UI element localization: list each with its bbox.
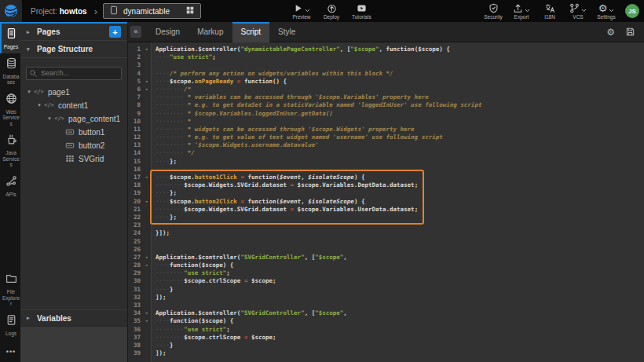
code-line[interactable]: ········$scope.ctrlScope = $scope;: [156, 277, 644, 285]
rail-item-more[interactable]: •••: [0, 339, 20, 362]
code-line[interactable]: ········ * $scope.Variables.loggedInUser…: [156, 110, 644, 118]
code-line[interactable]: ····function($scope) {: [156, 317, 644, 325]
code-line[interactable]: ]);: [156, 349, 644, 357]
collapse-right-arrow-icon[interactable]: ▸: [27, 29, 31, 35]
wavemaker-logo-icon[interactable]: [0, 0, 22, 22]
collapse-down-arrow-icon[interactable]: ▾: [27, 46, 31, 53]
fold-marker[interactable]: -: [145, 261, 148, 269]
code-line[interactable]: ····}: [156, 342, 644, 349]
code-line[interactable]: ]);: [156, 294, 644, 302]
security-button[interactable]: Security: [484, 2, 503, 20]
tab-style[interactable]: Style: [269, 22, 304, 42]
tutorials-label: Tutorials: [352, 14, 371, 20]
tree-expand-arrow-icon[interactable]: ▾: [46, 115, 53, 122]
code-line[interactable]: ········ * e.g. to get value of text wid…: [156, 133, 644, 141]
collapse-panel-button[interactable]: «: [130, 26, 141, 38]
code-line[interactable]: ····$scope.onPageReady = function() {: [156, 78, 644, 86]
code-line[interactable]: ········$scope.Widgets.SVGrid.dataset = …: [156, 181, 644, 189]
code-line[interactable]: ········ * '$scope.Widgets.username.data…: [156, 141, 644, 149]
code-line[interactable]: ····/* perform any action on widgets/var…: [156, 70, 644, 78]
code-line[interactable]: Application.$controller("SVGridControlle…: [156, 254, 644, 261]
pages-section-header[interactable]: ▸ Pages +: [20, 24, 127, 41]
code-line[interactable]: }]);: [156, 229, 644, 237]
tab-design[interactable]: Design: [147, 22, 188, 42]
i18n-button[interactable]: I18N: [540, 2, 559, 20]
code-line[interactable]: ········/*: [156, 86, 644, 93]
code-line[interactable]: ········"use strict";: [156, 269, 644, 277]
code-line[interactable]: [156, 166, 644, 174]
tree-item-button1[interactable]: button1: [20, 126, 127, 139]
button-widget-icon: [64, 127, 75, 137]
code-line[interactable]: ········ * widgets can be accessed throu…: [156, 126, 644, 133]
code-line[interactable]: ····};: [156, 214, 644, 221]
code-line[interactable]: ····};: [156, 158, 644, 166]
line-number: 16: [128, 166, 151, 174]
rail-item-web-services[interactable]: Web Services: [0, 89, 20, 130]
tree-item-page1[interactable]: ▾</>page1: [20, 86, 127, 99]
page-switcher-grid-icon[interactable]: [185, 4, 195, 18]
code-line[interactable]: Application.$controller("SVGridControlle…: [156, 309, 644, 317]
fold-marker[interactable]: -: [145, 78, 148, 86]
code-line[interactable]: [156, 246, 644, 254]
preview-button[interactable]: Preview: [292, 2, 311, 20]
page-tab[interactable]: dynamictable: [103, 3, 201, 19]
collapse-right-arrow-icon[interactable]: ▸: [27, 315, 31, 321]
code-line[interactable]: ········ */: [156, 149, 644, 157]
code-line[interactable]: Application.$controller("dynamictablePag…: [156, 46, 644, 53]
code-line[interactable]: [156, 238, 644, 246]
editor-area: « DesignMarkupScriptStyle ⚙ 1-2345-6-789…: [127, 22, 644, 362]
fold-marker[interactable]: -: [145, 198, 148, 206]
code-line[interactable]: ········ *: [156, 118, 644, 126]
rail-item-java-services[interactable]: Java Services: [0, 130, 20, 171]
fold-marker[interactable]: -: [145, 174, 148, 181]
search-input[interactable]: [26, 67, 122, 80]
fold-marker[interactable]: -: [145, 86, 148, 93]
settings-button[interactable]: ⚙Settings: [597, 2, 616, 20]
fold-marker[interactable]: -: [145, 46, 148, 53]
tutorials-button[interactable]: Tutorials: [352, 2, 371, 20]
rail-item-file-explorer[interactable]: File Explorer: [0, 269, 20, 310]
file-explorer-icon: [5, 272, 17, 287]
code-line[interactable]: ····"use strict";: [156, 53, 644, 61]
vcs-button[interactable]: VCS: [569, 2, 587, 20]
script-options-gear-icon[interactable]: ⚙: [606, 27, 615, 38]
fold-marker[interactable]: -: [145, 254, 148, 261]
code-line[interactable]: ········$scope.Widgets.SVGrid.dataset = …: [156, 206, 644, 214]
code-line[interactable]: ····}: [156, 286, 644, 294]
variables-section-header[interactable]: ▸ Variables: [20, 309, 127, 327]
code-line[interactable]: [156, 61, 644, 69]
deploy-button[interactable]: Deploy: [322, 2, 341, 20]
line-number: 10: [128, 118, 151, 126]
code-line[interactable]: [156, 302, 644, 309]
save-icon[interactable]: [625, 27, 635, 37]
rail-item-logs[interactable]: Logs: [0, 310, 20, 340]
code-line[interactable]: ····$scope.button1Click = function($even…: [156, 174, 644, 181]
code-line[interactable]: ····function($scope) {: [156, 261, 644, 269]
code-line[interactable]: ········ * variables can be accessed thr…: [156, 93, 644, 101]
rail-item-pages[interactable]: Pages: [0, 24, 20, 53]
code-line[interactable]: [156, 221, 644, 229]
code-line[interactable]: ········"use strict";: [156, 326, 644, 334]
fold-marker[interactable]: -: [145, 317, 148, 325]
code-editor[interactable]: 1-2345-6-7891011121314151617-181920-2122…: [128, 42, 644, 362]
fold-marker[interactable]: -: [145, 309, 148, 317]
tree-expand-arrow-icon[interactable]: ▾: [35, 102, 43, 108]
tree-item-SVGrid[interactable]: SVGrid: [20, 152, 127, 166]
tree-item-page_content1[interactable]: ▾</>page_content1: [20, 112, 127, 126]
tree-item-button2[interactable]: button2: [20, 139, 127, 152]
code-lines: Application.$controller("dynamictablePag…: [152, 42, 644, 362]
tree-expand-arrow-icon[interactable]: ▾: [25, 89, 33, 95]
tree-item-content1[interactable]: ▾</>content1: [20, 99, 127, 112]
export-button[interactable]: Export: [512, 2, 531, 20]
page-structure-header[interactable]: ▾ Page Structure: [20, 41, 127, 58]
code-line[interactable]: ····};: [156, 189, 644, 197]
user-avatar[interactable]: JS: [625, 4, 639, 18]
tab-script[interactable]: Script: [232, 22, 270, 42]
rail-item-apis[interactable]: APIs: [0, 171, 20, 201]
code-line[interactable]: ········ * e.g. to get dataSet in a stat…: [156, 101, 644, 109]
add-page-button[interactable]: +: [109, 26, 121, 38]
rail-item-databases[interactable]: Databases: [0, 53, 20, 89]
code-line[interactable]: ····$scope.button2Click = function($even…: [156, 198, 644, 206]
tab-markup[interactable]: Markup: [188, 22, 232, 42]
code-line[interactable]: ········$scope.ctrlScope = $scope;: [156, 334, 644, 342]
